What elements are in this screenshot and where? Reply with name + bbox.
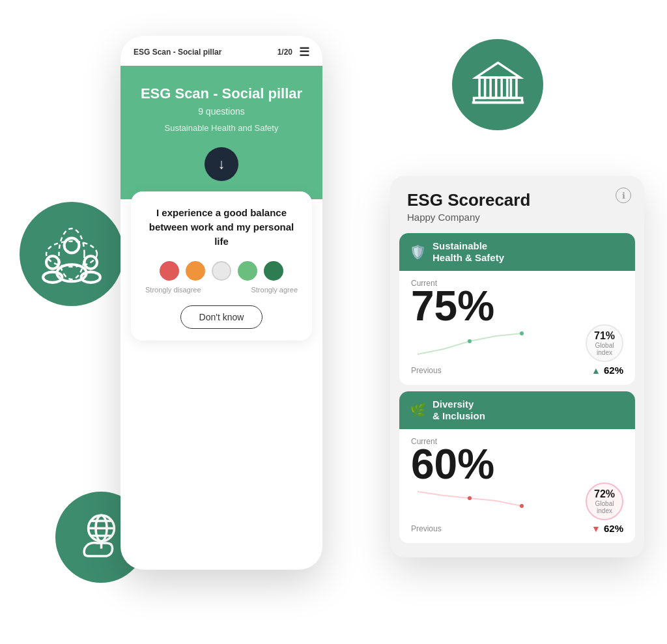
diversity-prev-pct: 62% xyxy=(604,523,623,534)
phone-green-header: ESG Scan - Social pillar 9 questions Sus… xyxy=(121,66,322,199)
phone-questions-count: 9 questions xyxy=(198,106,245,117)
diversity-trend-down-icon: ▼ xyxy=(591,524,601,534)
diversity-sparkline xyxy=(411,486,528,519)
scorecard-panel: ESG Scorecard Happy Company ℹ 🛡️ Sustain… xyxy=(390,176,644,557)
rating-label-right: Strongly agree xyxy=(251,286,298,294)
diversity-previous-label: Previous xyxy=(411,524,442,533)
health-trend-up-icon: ▲ xyxy=(591,365,601,376)
diversity-current-value: 60% xyxy=(411,443,528,485)
rating-scale xyxy=(144,261,299,281)
health-previous-value: ▲ 62% xyxy=(591,365,623,376)
health-global-label: Globalindex xyxy=(595,342,614,356)
svg-point-21 xyxy=(468,339,472,343)
scroll-down-button[interactable]: ↓ xyxy=(205,147,238,181)
diversity-icon: 🌿 xyxy=(410,402,426,418)
health-global-pct: 71% xyxy=(594,330,615,342)
rating-dot-3[interactable] xyxy=(212,261,231,281)
rating-dot-5[interactable] xyxy=(264,261,283,281)
health-previous-row: Previous ▲ 62% xyxy=(411,365,623,376)
health-sparkline xyxy=(411,328,528,361)
people-icon xyxy=(38,220,106,288)
diversity-section-body: Current 60% 72% Globalindex xyxy=(399,429,635,543)
phone-status-bar: ESG Scan - Social pillar 1/20 ☰ xyxy=(121,36,322,66)
rating-labels-row: Strongly disagree Strongly agree xyxy=(144,286,299,294)
health-section-body: Current 75% 71% Globalindex xyxy=(399,271,635,385)
shield-health-icon: 🛡️ xyxy=(410,244,426,260)
health-safety-label: SustainableHealth & Safety xyxy=(433,240,504,264)
health-safety-badge: 🛡️ SustainableHealth & Safety xyxy=(399,233,635,271)
scorecard-title: ESG Scorecard xyxy=(407,190,627,210)
svg-point-23 xyxy=(468,496,472,500)
bank-icon xyxy=(468,55,528,115)
diversity-global-badge: 72% Globalindex xyxy=(586,483,623,520)
question-card: I experience a good balance between work… xyxy=(131,191,312,341)
down-arrow-icon: ↓ xyxy=(218,156,225,173)
bank-circle xyxy=(452,39,543,130)
question-text: I experience a good balance between work… xyxy=(144,206,299,248)
svg-point-22 xyxy=(520,331,524,335)
svg-rect-12 xyxy=(511,77,517,98)
dont-know-button[interactable]: Don't know xyxy=(180,305,263,329)
scorecard-header: ESG Scorecard Happy Company ℹ xyxy=(390,176,644,233)
health-prev-pct: 62% xyxy=(604,365,623,376)
svg-point-1 xyxy=(46,256,59,269)
diversity-label: Diversity& Inclusion xyxy=(433,399,485,422)
diversity-previous-value: ▼ 62% xyxy=(591,523,623,534)
svg-point-24 xyxy=(520,504,524,508)
svg-rect-11 xyxy=(502,77,507,98)
people-circle xyxy=(20,202,124,306)
diversity-global-pct: 72% xyxy=(594,488,615,500)
score-section-health: 🛡️ SustainableHealth & Safety Current 75… xyxy=(399,233,635,385)
svg-rect-9 xyxy=(479,77,485,98)
info-icon[interactable]: ℹ xyxy=(616,188,631,203)
score-section-diversity: 🌿 Diversity& Inclusion Current 60% xyxy=(399,391,635,543)
diversity-global-label: Globalindex xyxy=(595,500,614,514)
diversity-previous-row: Previous ▼ 62% xyxy=(411,523,623,534)
rating-dot-2[interactable] xyxy=(186,261,205,281)
health-previous-label: Previous xyxy=(411,366,442,375)
phone-page-indicator: 1/20 xyxy=(277,48,292,57)
health-global-badge: 71% Globalindex xyxy=(586,324,623,362)
phone-app-title: ESG Scan - Social pillar xyxy=(134,48,221,57)
svg-marker-8 xyxy=(475,63,520,77)
rating-label-left: Strongly disagree xyxy=(145,286,201,294)
health-current-value: 75% xyxy=(411,285,528,327)
phone-topic-label: Sustainable Health and Safety xyxy=(165,123,279,133)
svg-point-0 xyxy=(64,238,79,253)
svg-rect-10 xyxy=(490,77,496,98)
diversity-badge: 🌿 Diversity& Inclusion xyxy=(399,391,635,429)
scorecard-company: Happy Company xyxy=(407,212,627,223)
rating-dot-4[interactable] xyxy=(238,261,257,281)
phone-mockup: ESG Scan - Social pillar 1/20 ☰ ESG Scan… xyxy=(121,36,322,570)
phone-scan-title: ESG Scan - Social pillar xyxy=(141,85,302,102)
menu-icon[interactable]: ☰ xyxy=(299,45,309,59)
rating-dot-1[interactable] xyxy=(160,261,179,281)
